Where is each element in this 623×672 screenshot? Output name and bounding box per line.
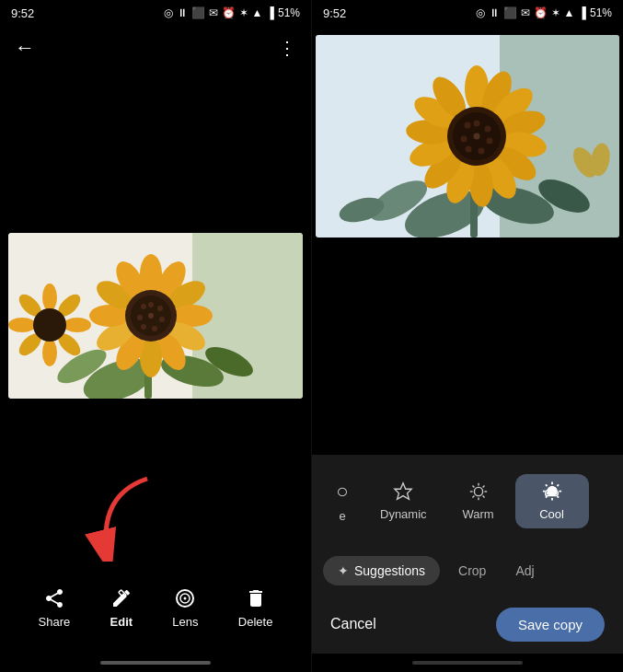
status-bar-left: 9:52 ◎ ⏸ ⬛ ✉ ⏰ ✶ ▲ ▐ 51%: [0, 0, 311, 26]
svg-point-70: [474, 121, 480, 127]
cancel-button[interactable]: Cancel: [330, 616, 376, 632]
whatsapp-icon: ◎: [164, 6, 173, 19]
share-icon: [43, 587, 65, 609]
mail-icon-r: ✉: [521, 6, 530, 19]
alarm-icon-r: ⏰: [534, 6, 548, 19]
photo-left: [8, 233, 303, 399]
share-action[interactable]: Share: [39, 587, 71, 629]
instagram-icon: ⬛: [191, 6, 205, 19]
delete-action[interactable]: Delete: [238, 587, 273, 629]
wifi-icon-r: ▲: [564, 6, 575, 19]
bottom-bar-left: Share Edit Lens Delete: [0, 562, 311, 654]
status-bar-right: 9:52 ◎ ⏸ ⬛ ✉ ⏰ ✶ ▲ ▐ 51%: [312, 0, 623, 26]
pause-icon-r: ⏸: [489, 6, 500, 19]
filter-partial-label: e: [339, 509, 345, 523]
svg-point-23: [157, 306, 163, 311]
svg-point-22: [148, 302, 154, 307]
svg-point-24: [159, 317, 165, 322]
dynamic-icon: [393, 481, 413, 502]
delete-icon: [245, 587, 267, 609]
alarm-icon: ⏰: [222, 6, 236, 19]
dynamic-label: Dynamic: [380, 507, 427, 521]
svg-point-74: [466, 146, 472, 153]
status-time-right: 9:52: [323, 6, 346, 20]
svg-point-36: [8, 318, 36, 332]
svg-line-87: [482, 495, 484, 497]
right-panel: 9:52 ◎ ⏸ ⬛ ✉ ⏰ ✶ ▲ ▐ 51%: [311, 0, 623, 672]
suggestions-label: Suggestions: [354, 563, 425, 578]
left-panel: 9:52 ◎ ⏸ ⬛ ✉ ⏰ ✶ ▲ ▐ 51% ← ⋮: [0, 0, 311, 672]
svg-point-44: [184, 597, 187, 599]
svg-point-77: [474, 133, 480, 140]
svg-marker-80: [395, 482, 411, 498]
filter-cool[interactable]: Cool: [515, 474, 589, 528]
more-options-button[interactable]: ⋮: [278, 37, 296, 59]
svg-point-26: [141, 324, 146, 330]
filter-bar: ○ e Dynamic Warm: [312, 455, 623, 547]
svg-point-25: [152, 326, 157, 331]
lens-action[interactable]: Lens: [172, 587, 198, 629]
signal-icon-r: ▐: [578, 6, 586, 19]
edit-action[interactable]: Edit: [110, 587, 133, 629]
filter-partial-icon: ○: [336, 480, 348, 504]
status-icons-right: ◎ ⏸ ⬛ ✉ ⏰ ✶ ▲ ▐ 51%: [476, 6, 612, 19]
image-area-right: [312, 26, 623, 455]
nav-bar-left: [100, 661, 211, 665]
svg-point-81: [474, 487, 482, 495]
tab-suggestions[interactable]: ✦ Suggestions: [323, 556, 440, 585]
status-time-left: 9:52: [11, 6, 34, 20]
bluetooth-icon-r: ✶: [551, 6, 560, 19]
pause-icon: ⏸: [177, 6, 188, 19]
svg-point-73: [479, 148, 485, 155]
svg-line-88: [482, 485, 484, 487]
svg-point-28: [141, 304, 146, 309]
svg-point-38: [33, 308, 66, 342]
delete-label: Delete: [238, 615, 273, 629]
share-label: Share: [39, 615, 71, 629]
svg-line-89: [472, 495, 474, 497]
wifi-icon: ▲: [252, 6, 263, 19]
svg-point-27: [137, 315, 143, 320]
nav-bar-right: [412, 661, 523, 665]
battery-icon: 51%: [278, 6, 300, 19]
tab-adjust[interactable]: Adj: [504, 556, 545, 585]
photo-right: [316, 35, 619, 238]
svg-point-75: [461, 136, 467, 143]
whatsapp-icon-r: ◎: [476, 6, 485, 19]
cool-icon: [542, 481, 562, 502]
edit-icon: [110, 587, 133, 609]
svg-line-86: [472, 485, 474, 487]
edit-label: Edit: [110, 615, 133, 629]
svg-point-29: [148, 313, 154, 319]
instagram-icon-r: ⬛: [503, 6, 517, 19]
back-button[interactable]: ←: [15, 36, 35, 60]
filter-warm[interactable]: Warm: [442, 474, 515, 528]
image-area-left: [0, 70, 311, 562]
top-bar-left: ← ⋮: [0, 26, 311, 70]
nav-indicator-right: [312, 654, 623, 672]
filter-dynamic[interactable]: Dynamic: [365, 474, 442, 528]
svg-rect-41: [119, 589, 126, 597]
filter-item-partial[interactable]: ○ e: [319, 472, 365, 530]
save-copy-button[interactable]: Save copy: [496, 608, 605, 642]
tab-crop[interactable]: Crop: [447, 556, 497, 585]
warm-label: Warm: [462, 507, 493, 521]
svg-point-72: [487, 138, 493, 145]
cool-label: Cool: [539, 507, 564, 521]
signal-icon: ▐: [266, 6, 274, 19]
lens-icon: [174, 587, 196, 609]
svg-point-34: [42, 339, 57, 366]
bluetooth-icon: ✶: [239, 6, 248, 19]
nav-indicator-left: [0, 654, 311, 672]
svg-point-30: [42, 284, 57, 311]
tabs-row: ✦ Suggestions Crop Adj: [312, 547, 623, 595]
mail-icon: ✉: [209, 6, 218, 19]
suggestions-icon: ✦: [338, 563, 349, 578]
bottom-action-row: Cancel Save copy: [312, 595, 623, 654]
svg-point-71: [485, 126, 491, 133]
svg-point-32: [63, 318, 91, 332]
battery-icon-r: 51%: [590, 6, 612, 19]
svg-point-76: [465, 122, 471, 129]
warm-icon: [468, 481, 489, 502]
lens-label: Lens: [172, 615, 198, 629]
